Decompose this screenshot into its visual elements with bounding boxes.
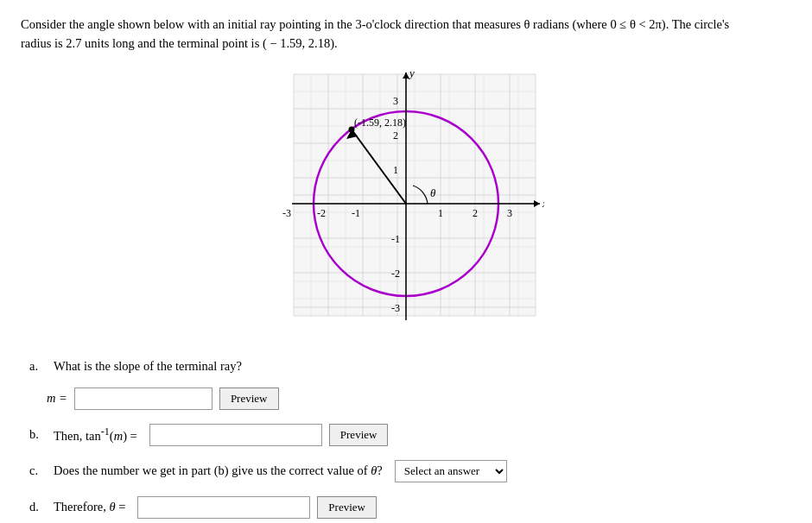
svg-text:-2: -2 (391, 268, 400, 280)
question-b-preview-button[interactable]: Preview (329, 424, 389, 446)
question-b-input[interactable] (149, 424, 322, 446)
svg-text:1: 1 (438, 207, 443, 219)
y-axis-label: y (408, 66, 415, 79)
svg-text:-3: -3 (391, 302, 400, 314)
svg-text:3: 3 (393, 95, 398, 107)
svg-text:-2: -2 (317, 207, 326, 219)
x-axis-label: x (542, 197, 544, 210)
questions-section: a. What is the slope of the terminal ray… (21, 359, 791, 519)
question-a-preview-button[interactable]: Preview (219, 388, 279, 410)
question-d-label: d. (29, 500, 47, 514)
svg-text:2: 2 (473, 207, 478, 219)
svg-text:2: 2 (393, 129, 398, 142)
question-a-input[interactable] (74, 388, 213, 410)
svg-text:θ: θ (430, 186, 436, 199)
question-d-input[interactable] (137, 496, 310, 519)
intro-line2: radius is 2.7 units long and the termina… (21, 36, 338, 50)
question-b-text: Then, tan-1(m) = (54, 425, 137, 444)
svg-text:-1: -1 (391, 233, 400, 245)
question-a-row: a. What is the slope of the terminal ray… (29, 359, 791, 374)
intro-paragraph: Consider the angle shown below with an i… (21, 16, 791, 54)
question-c-label: c. (29, 463, 47, 478)
question-d-text: Therefore, θ = (54, 500, 125, 514)
svg-text:3: 3 (507, 207, 512, 219)
graph-container: x y -3 -2 -1 1 2 3 1 2 3 -1 -2 -3 (21, 66, 791, 342)
svg-text:-1: -1 (352, 207, 360, 219)
svg-text:1: 1 (393, 164, 398, 176)
coordinate-graph: x y -3 -2 -1 1 2 3 1 2 3 -1 -2 -3 (268, 66, 544, 342)
question-d-preview-button[interactable]: Preview (317, 496, 377, 519)
question-b-row: b. Then, tan-1(m) = Preview (29, 424, 791, 446)
question-c-row: c. Does the number we get in part (b) gi… (29, 460, 791, 482)
question-a-text: What is the slope of the terminal ray? (54, 359, 242, 374)
m-equals-label: m = (47, 391, 67, 406)
question-c-select[interactable]: Select an answer Yes No (395, 460, 507, 482)
svg-marker-36 (534, 200, 540, 207)
svg-text:-3: -3 (282, 207, 291, 219)
svg-text:(-1.59, 2.18): (-1.59, 2.18) (354, 117, 406, 129)
question-b-label: b. (29, 427, 47, 442)
question-a-label: a. (29, 359, 47, 374)
question-d-row: d. Therefore, θ = Preview (29, 496, 791, 519)
intro-line1: Consider the angle shown below with an i… (21, 17, 729, 31)
question-c-text: Does the number we get in part (b) give … (54, 463, 383, 478)
graph-area: x y -3 -2 -1 1 2 3 1 2 3 -1 -2 -3 (268, 66, 544, 342)
question-a-input-row: m = Preview (29, 388, 791, 410)
